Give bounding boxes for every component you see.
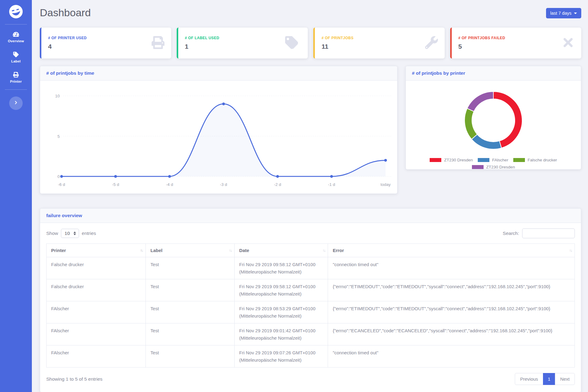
legend-swatch	[430, 158, 441, 162]
column-header-label: Date	[239, 248, 249, 253]
column-header-date[interactable]: Date↑↓	[235, 244, 328, 257]
failure-overview-card: failure overview Show 10 entries Search:	[40, 208, 581, 392]
app-logo[interactable]	[9, 5, 23, 19]
sidebar-item-label: Printer	[10, 80, 22, 83]
donut-segment-falsche-drucker	[465, 108, 477, 139]
donut-chart-body: ZT230 DresdenFAlscherFalsche druckerZT23…	[406, 81, 581, 169]
table-row: FAlscherTestFri Nov 29 2019 09:07:26 GMT…	[47, 345, 575, 368]
sidebar-collapse-button[interactable]	[9, 96, 23, 110]
column-header-printer[interactable]: Printer↑↓	[47, 244, 146, 257]
table-controls: Show 10 entries Search:	[46, 228, 575, 238]
sidebar-divider	[5, 24, 27, 24]
pagination-previous-button[interactable]: Previous	[515, 373, 543, 385]
table-summary: Showing 1 to 5 of 5 entries	[46, 376, 103, 382]
legend-swatch	[513, 158, 525, 162]
sidebar-item-label: Overview	[8, 39, 24, 43]
search-input[interactable]	[522, 228, 575, 238]
donut-segment-falscher	[472, 134, 502, 149]
table-row: Falsche druckerTestFri Nov 29 2019 09:58…	[47, 257, 575, 279]
sort-icons: ↑↓	[229, 248, 232, 253]
cell-label: Test	[146, 323, 235, 345]
sort-icons: ↑↓	[569, 248, 572, 253]
wrench-icon	[425, 36, 438, 50]
failure-table: Printer↑↓Label↑↓Date↑↓Error↑↓ Falsche dr…	[46, 243, 575, 368]
legend-item[interactable]: ZT230 Dresden	[472, 165, 515, 169]
stat-card-label: # OF PRINTJOBS FAILED	[458, 36, 505, 40]
date-line: Fri Nov 29 2019 09:58:12 GMT+0100	[239, 262, 323, 267]
sidebar-item-label[interactable]: Label	[8, 47, 24, 67]
cell-date: Fri Nov 29 2019 09:58:12 GMT+0100(Mittel…	[235, 257, 328, 279]
table-header-row: Printer↑↓Label↑↓Date↑↓Error↑↓	[47, 244, 575, 257]
data-point	[276, 175, 279, 178]
x-axis-label: -3 d	[220, 182, 227, 187]
legend-swatch	[472, 165, 484, 169]
pagination-next-button[interactable]: Next	[555, 373, 575, 385]
data-point	[60, 175, 63, 178]
line-chart: 0510-6 d-5 d-4 d-3 d-2 d-1 dtoday	[40, 81, 397, 194]
cell-error: {"errno":"ECANCELED","code":"ECANCELED",…	[328, 323, 575, 345]
pagination: Previous 1 Next	[515, 373, 575, 385]
column-header-error[interactable]: Error↑↓	[328, 244, 575, 257]
sidebar-item-overview[interactable]: Overview	[8, 26, 24, 47]
y-axis-label: 0	[57, 174, 60, 179]
cell-printer: FAlscher	[47, 345, 146, 368]
pagination-page-1-button[interactable]: 1	[543, 373, 555, 385]
cell-label: Test	[146, 279, 235, 301]
printer-icon	[13, 72, 19, 78]
table-body: Show 10 entries Search: Printer↑↓Label↑↓…	[40, 223, 581, 392]
table-search: Search:	[503, 228, 575, 238]
data-point	[168, 175, 171, 178]
table-footer: Showing 1 to 5 of 5 entries Previous 1 N…	[46, 373, 575, 385]
stat-card-value: 5	[458, 43, 505, 50]
select-spinner-icon	[74, 232, 76, 235]
date-range-button[interactable]: last 7 days	[546, 8, 581, 18]
date-line: Fri Nov 29 2019 09:58:12 GMT+0100	[239, 284, 323, 289]
cell-error: {"errno":"ETIMEDOUT","code":"ETIMEDOUT",…	[328, 301, 575, 323]
main-content: Dashboard last 7 days # OF PRINTER USED4…	[32, 0, 588, 392]
donut-segment-zt230-dresden	[493, 92, 522, 148]
charts-row: # of printjobs by time 0510-6 d-5 d-4 d-…	[40, 66, 581, 194]
printjobs-by-time-card: # of printjobs by time 0510-6 d-5 d-4 d-…	[40, 66, 398, 194]
donut-legend: ZT230 DresdenFAlscherFalsche druckerZT23…	[408, 158, 579, 169]
data-point	[114, 175, 117, 178]
sort-icons: ↑↓	[140, 248, 143, 253]
stat-card-text: # OF PRINTER USED4	[48, 36, 87, 50]
table-row: Falsche druckerTestFri Nov 29 2019 09:58…	[47, 279, 575, 301]
x-axis-label: -4 d	[166, 182, 173, 187]
table-rows: Falsche druckerTestFri Nov 29 2019 09:58…	[47, 257, 575, 368]
legend-item[interactable]: Falsche drucker	[513, 158, 557, 162]
printjobs-by-printer-card: # of printjobs by printer ZT230 DresdenF…	[405, 66, 581, 170]
smiley-wink-icon	[9, 14, 23, 20]
stat-card-label: # OF PRINTER USED	[48, 36, 87, 40]
date-line: Fri Nov 29 2019 08:53:29 GMT+0100	[239, 306, 323, 311]
legend-label: FAlscher	[492, 158, 508, 162]
data-point	[330, 175, 333, 178]
sidebar-item-printer[interactable]: Printer	[8, 67, 24, 87]
sidebar-item-label: Label	[11, 59, 21, 63]
cell-error: {"errno":"ETIMEDOUT","code":"ETIMEDOUT",…	[328, 279, 575, 301]
printjobs-by-time-chart: 0510-6 d-5 d-4 d-3 d-2 d-1 dtoday	[40, 81, 397, 192]
donut-segment-zt230-dresden	[467, 92, 493, 111]
tags-icon	[285, 36, 301, 50]
sidebar-divider	[5, 89, 27, 90]
date-timezone: (Mitteleuropäische Normalzeit)	[239, 335, 323, 341]
cell-label: Test	[146, 345, 235, 368]
cell-date: Fri Nov 29 2019 09:58:12 GMT+0100(Mittel…	[235, 279, 328, 301]
legend-item[interactable]: ZT230 Dresden	[430, 158, 473, 162]
legend-item[interactable]: FAlscher	[478, 158, 508, 162]
sidebar: OverviewLabelPrinter	[0, 0, 32, 392]
date-timezone: (Mitteleuropäische Normalzeit)	[239, 291, 323, 296]
cell-date: Fri Nov 29 2019 09:01:42 GMT+0100(Mittel…	[235, 323, 328, 345]
printer-icon	[152, 36, 164, 50]
page-length-select[interactable]: 10	[61, 229, 79, 238]
stat-card-value: 1	[185, 43, 219, 50]
page-length-control: Show 10 entries	[46, 229, 96, 238]
column-header-label: Printer	[51, 248, 66, 253]
cell-label: Test	[146, 257, 235, 279]
topbar: Dashboard last 7 days	[40, 7, 581, 18]
column-header-label[interactable]: Label↑↓	[146, 244, 235, 257]
cell-printer: Falsche drucker	[47, 257, 146, 279]
card-title: # of printjobs by printer	[406, 66, 581, 81]
cell-printer: Falsche drucker	[47, 279, 146, 301]
legend-label: ZT230 Dresden	[444, 158, 473, 162]
